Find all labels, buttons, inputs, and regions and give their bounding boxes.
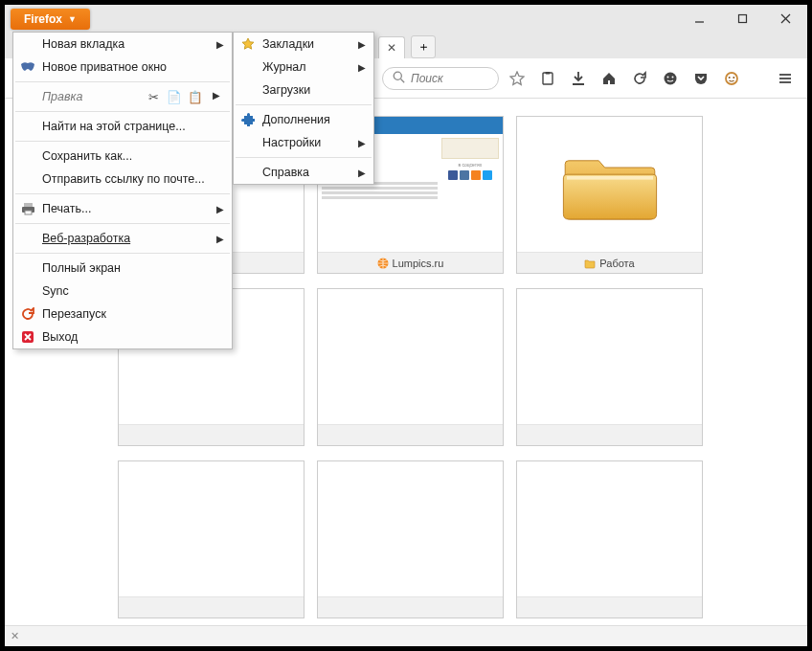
firefox-menu-button[interactable]: Firefox ▼ <box>11 9 90 30</box>
close-icon[interactable]: ✕ <box>11 630 19 642</box>
tile-label: Работа <box>599 258 634 269</box>
tile-label: Lumpics.ru <box>393 258 444 269</box>
folder-icon <box>557 142 663 228</box>
svg-point-9 <box>667 76 669 78</box>
svg-rect-22 <box>25 211 32 214</box>
menu-send-link[interactable]: Отправить ссылку по почте... <box>13 168 232 191</box>
menu-new-private[interactable]: Новое приватное окно <box>13 56 232 79</box>
refresh-icon[interactable] <box>627 66 652 91</box>
tile-empty[interactable] <box>516 288 703 446</box>
star-icon <box>239 35 257 53</box>
svg-rect-6 <box>543 73 553 84</box>
chevron-right-icon: ▶ <box>216 39 224 50</box>
svg-rect-7 <box>546 72 551 75</box>
svg-line-5 <box>401 79 405 82</box>
star-icon[interactable] <box>505 66 530 91</box>
chevron-right-icon: ▶ <box>358 168 366 178</box>
tile-caption: Работа <box>517 252 702 273</box>
menu-downloads[interactable]: Загрузки <box>234 79 373 101</box>
menu-edit[interactable]: Правка ✂ 📄 📋 ▶ <box>13 85 232 108</box>
site-icon <box>377 258 389 269</box>
chevron-right-icon: ▶ <box>216 234 224 244</box>
menu-settings[interactable]: Настройки▶ <box>234 131 373 154</box>
svg-rect-1 <box>739 14 747 22</box>
monkey-icon[interactable] <box>719 66 744 91</box>
mini-folder-icon <box>584 258 596 269</box>
window-controls <box>678 5 807 32</box>
tile-empty[interactable] <box>317 288 504 446</box>
firefox-main-menu: Новая вкладка▶ Новое приватное окно Прав… <box>12 32 233 349</box>
face-icon[interactable] <box>658 66 683 91</box>
maximize-button[interactable] <box>721 5 764 32</box>
caret-down-icon: ▼ <box>68 14 77 24</box>
chevron-right-icon: ▶ <box>216 204 224 214</box>
puzzle-icon <box>239 111 257 128</box>
svg-point-11 <box>726 73 737 84</box>
menu-history[interactable]: Журнал▶ <box>234 56 373 79</box>
paste-icon[interactable]: 📋 <box>188 90 203 104</box>
menu-print[interactable]: Печать...▶ <box>13 197 232 220</box>
chevron-right-icon: ▶ <box>358 39 366 50</box>
browser-window: Firefox ▼ ✕ ＋ <box>5 5 807 646</box>
titlebar: Firefox ▼ <box>5 5 807 32</box>
svg-point-4 <box>394 72 401 79</box>
tile-empty[interactable] <box>118 460 304 618</box>
tab-close-icon[interactable]: ✕ <box>387 41 396 55</box>
tile-empty[interactable] <box>516 460 703 618</box>
tile-folder-work[interactable]: Работа <box>516 116 703 274</box>
menu-exit[interactable]: Выход <box>13 326 232 348</box>
download-icon[interactable] <box>566 66 591 91</box>
svg-point-8 <box>665 72 677 84</box>
tile-empty[interactable] <box>317 460 504 618</box>
copy-icon[interactable]: 📄 <box>167 90 182 104</box>
svg-rect-19 <box>567 176 653 180</box>
svg-point-13 <box>733 77 734 79</box>
menu-save-as[interactable]: Сохранить как... <box>13 145 232 168</box>
search-input[interactable] <box>411 72 488 85</box>
chevron-right-icon: ▶ <box>358 62 366 73</box>
mask-icon <box>19 58 36 76</box>
statusbar: ✕ <box>5 625 807 646</box>
menu-help[interactable]: Справка▶ <box>234 161 373 184</box>
menu-sync[interactable]: Sync <box>13 280 232 303</box>
menu-bookmarks[interactable]: Закладки▶ <box>234 33 373 56</box>
tile-thumbnail <box>517 117 702 252</box>
firefox-side-menu: Закладки▶ Журнал▶ Загрузки Дополнения На… <box>233 32 374 185</box>
menu-webdev[interactable]: Веб-разработка▶ <box>13 227 232 250</box>
menu-find[interactable]: Найти на этой странице... <box>13 115 232 138</box>
search-box[interactable] <box>382 67 499 90</box>
tile-caption: Lumpics.ru <box>318 252 503 273</box>
exit-icon <box>19 328 36 346</box>
menu-new-tab[interactable]: Новая вкладка▶ <box>13 33 232 56</box>
clipboard-icon[interactable] <box>535 66 560 91</box>
menu-fullscreen[interactable]: Полный экран <box>13 257 232 280</box>
restart-icon <box>19 305 36 323</box>
chevron-right-icon: ▶ <box>209 90 224 104</box>
menu-restart[interactable]: Перезапуск <box>13 303 232 326</box>
svg-point-10 <box>672 76 674 78</box>
svg-rect-20 <box>24 203 33 207</box>
firefox-menu-label: Firefox <box>24 12 62 26</box>
cut-icon[interactable]: ✂ <box>146 90 161 104</box>
printer-icon <box>19 200 36 217</box>
minimize-button[interactable] <box>678 5 721 32</box>
home-icon[interactable] <box>597 66 621 91</box>
close-button[interactable] <box>764 5 807 32</box>
menu-addons[interactable]: Дополнения <box>234 108 373 131</box>
pocket-icon[interactable] <box>688 66 713 91</box>
hamburger-menu-icon[interactable] <box>773 66 798 91</box>
search-icon <box>393 71 405 86</box>
chevron-right-icon: ▶ <box>358 138 366 148</box>
new-tab-button[interactable]: ＋ <box>411 35 436 58</box>
svg-point-12 <box>729 77 731 79</box>
tab-active[interactable]: ✕ <box>378 36 405 58</box>
